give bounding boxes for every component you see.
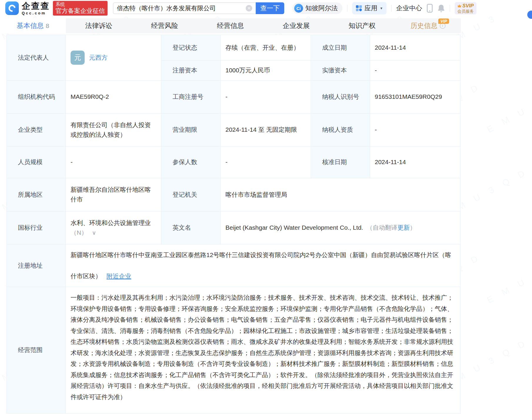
field-label: 国标行业 [7,211,66,244]
tab-company-development[interactable]: 企业发展 [263,18,329,33]
field-label: 所属地区 [7,178,66,211]
floating-service-button[interactable] [527,11,532,19]
field-label: 登记机关 [161,178,221,211]
enterprise-center-link[interactable]: 企业中心 [396,4,422,13]
top-header: 企查查 Qcc.com 系统 官方备案企业征信 ✕ 查一下 Ci 知彼阿尔法 应… [0,0,532,16]
svip-member-button[interactable]: SVIP 会员服务 [455,2,476,14]
field-value: - [221,146,311,178]
field-value: MAE59R0Q-2 [66,81,161,114]
notification-bell-icon[interactable] [437,4,445,12]
legal-rep-link[interactable]: 元西方 [89,53,108,63]
address-cell: 新疆喀什地区喀什市喀什中亚南亚工业园区泰然路12号喀什三信建设投资有限公司院内2… [66,244,461,287]
auto-translate-note: （自动翻译 [367,224,397,231]
english-name-cell: Beijet (Kashgar City) Water Development … [221,211,461,244]
field-label: 英文名 [161,211,221,244]
field-value: 新疆维吾尔自治区喀什地区喀什市 [66,178,161,211]
company-info-table: 法定代表人 元 元西方 登记状态 存续（在营、开业、在册） 成立日期 2024-… [6,35,461,414]
divider [391,5,392,12]
divider [450,5,450,12]
field-label: 成立日期 [311,35,370,61]
avatar: 元 [71,51,85,65]
svip-sublabel: 会员服务 [457,9,474,14]
apps-menu-button[interactable]: 应用 ▼ [352,2,387,14]
field-value: 91653101MAE59R0Q29 [370,81,461,114]
apps-label: 应用 [364,4,377,13]
tab-history-info[interactable]: 历史信息 i VIP [395,18,461,33]
field-label: 注册资本 [161,61,221,81]
qcc-logo[interactable]: 企查查 Qcc.com [5,1,50,15]
field-value: 2024-11-14 [370,146,461,178]
logo-domain: Qcc.com [22,11,50,15]
field-value: 2024-11-14 至 无固定期限 [221,114,311,146]
field-label: 注册地址 [7,244,66,287]
field-value: 1000万元人民币 [221,61,311,81]
crown-icon [457,4,461,8]
field-label: 参保人数 [161,146,221,178]
zhibi-alpha-icon: Ci [294,4,303,13]
field-label: 法定代表人 [7,35,66,81]
apps-grid-icon [356,5,362,11]
field-value: - [66,146,161,178]
field-value: 2024-11-14 [370,35,461,61]
field-label: 经营范围 [7,287,66,414]
translate-update-link[interactable]: 更新 [397,224,410,231]
field-label: 纳税人识别号 [311,81,370,114]
field-value: - [370,114,461,146]
gov-badge-line2: 官方备案企业征信 [56,7,105,14]
field-label: 企业类型 [7,114,66,146]
zhibi-alpha-button[interactable]: Ci 知彼阿尔法 [292,2,342,14]
tab-basic-info-count: 8 [46,22,49,29]
business-scope-value: 一般项目：污水处理及其再生利用；水污染治理；水环境污染防治服务；技术服务、技术开… [66,287,461,414]
field-value: - [221,81,311,114]
industry-value: 水利、环境和公共设施管理业 [71,219,151,226]
field-label: 核准日期 [311,146,370,178]
gov-record-badge: 系统 官方备案企业征信 [53,1,108,16]
tab-legal-litigation[interactable]: 法律诉讼 [66,18,132,33]
legal-rep-cell: 元 元西方 [66,35,161,81]
chevron-down-icon[interactable]: ∨ [92,230,96,236]
mobile-app-icon[interactable] [427,4,433,13]
field-value: 存续（在营、开业、在册） [221,35,311,61]
field-value: 喀什市市场监督管理局 [221,178,461,211]
tab-basic-info[interactable]: 基本信息 8 [0,18,66,33]
field-label: 工商注册号 [161,81,221,114]
clear-search-icon[interactable]: ✕ [246,5,252,11]
search-button[interactable]: 查一下 [256,2,284,14]
field-label: 登记状态 [161,35,221,61]
svip-label: SVIP [462,3,474,9]
tab-operation-info[interactable]: 经营信息 [198,18,263,33]
vip-badge: VIP [438,19,449,24]
nearby-companies-link[interactable]: 附近企业 [107,273,131,279]
logo-name: 企查查 [22,2,50,10]
qcc-logo-icon [5,1,19,15]
search-bar: ✕ 查一下 [113,2,284,14]
zhibi-alpha-label: 知彼阿尔法 [305,4,338,13]
gov-badge-line1: 系统 [56,2,105,7]
search-input[interactable] [117,5,246,12]
field-label: 人员规模 [7,146,66,178]
industry-code: （N） [71,229,87,236]
field-label: 纳税人资质 [311,114,370,146]
chevron-down-icon: ▼ [380,6,383,10]
field-label: 组织机构代码 [7,81,66,114]
english-name-value: Beijet (Kashgar City) Water Development … [225,224,363,231]
field-value: - [370,61,461,81]
tab-operation-risk[interactable]: 经营风险 [132,18,198,33]
field-value: 有限责任公司（非自然人投资或控股的法人独资） [66,114,161,146]
industry-cell: 水利、环境和公共设施管理业 （N） ∨ [66,211,161,244]
tab-intellectual-property[interactable]: 知识产权 [329,18,395,33]
divider [347,5,347,12]
section-tabbar: 基本信息 8 法律诉讼 经营风险 经营信息 企业发展 知识产权 历史信息 i V… [0,18,461,33]
field-label: 营业期限 [161,114,221,146]
field-label: 实缴资本 [311,61,370,81]
